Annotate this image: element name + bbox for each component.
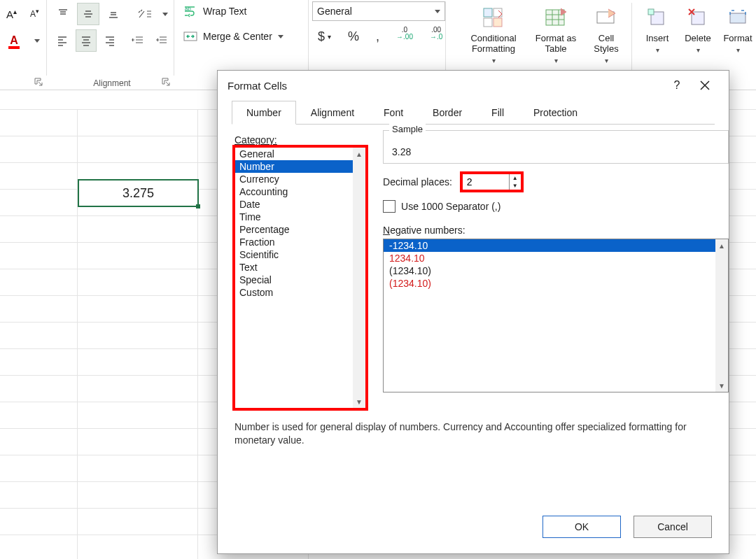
increase-decimal-button[interactable]: .0→.00 bbox=[392, 27, 417, 46]
svg-rect-11 bbox=[730, 13, 746, 23]
font-color-button[interactable]: A bbox=[1, 29, 27, 52]
svg-text:ab: ab bbox=[185, 6, 191, 12]
svg-rect-4 bbox=[484, 18, 492, 27]
tab-number[interactable]: Number bbox=[232, 101, 296, 125]
category-item[interactable]: Fraction bbox=[235, 236, 365, 248]
negative-format-item[interactable]: 1234.10 bbox=[384, 252, 728, 264]
decrease-font-icon[interactable]: A▾ bbox=[24, 3, 45, 25]
chevron-down-icon bbox=[278, 35, 284, 38]
comma-format-button[interactable]: , bbox=[372, 27, 384, 46]
cancel-button[interactable]: Cancel bbox=[634, 516, 712, 538]
category-item[interactable]: Text bbox=[235, 261, 365, 274]
help-button[interactable]: ? bbox=[663, 71, 691, 99]
ok-button[interactable]: OK bbox=[542, 516, 621, 538]
merge-center-icon bbox=[183, 30, 197, 43]
tab-font[interactable]: Font bbox=[369, 101, 418, 125]
category-item[interactable]: Special bbox=[235, 274, 365, 286]
wrap-text-icon: ab bbox=[183, 5, 197, 17]
conditional-formatting-button[interactable]: Conditional Formatting ▾ bbox=[462, 3, 525, 65]
scrollbar[interactable]: ▲▼ bbox=[353, 148, 365, 408]
decimal-places-input[interactable] bbox=[463, 175, 509, 189]
format-description: Number is used for general display of nu… bbox=[234, 420, 712, 447]
format-button[interactable]: Format▾ bbox=[720, 3, 756, 55]
category-item[interactable]: Percentage bbox=[235, 223, 365, 236]
alignment-group-launcher-icon[interactable] bbox=[161, 77, 171, 87]
align-bottom-button[interactable] bbox=[102, 3, 125, 25]
align-center-button[interactable] bbox=[76, 29, 97, 52]
delete-button[interactable]: Delete▾ bbox=[679, 3, 717, 55]
category-listbox[interactable]: GeneralNumberCurrencyAccountingDateTimeP… bbox=[234, 147, 366, 409]
orientation-button[interactable] bbox=[133, 3, 155, 25]
percent-format-button[interactable]: % bbox=[344, 27, 363, 46]
number-format-combo[interactable]: General bbox=[312, 1, 445, 21]
cell-value: 3.275 bbox=[122, 186, 154, 200]
insert-button[interactable]: Insert▾ bbox=[640, 3, 675, 55]
orientation-dropdown[interactable] bbox=[158, 3, 172, 25]
close-icon bbox=[700, 80, 710, 90]
decrease-indent-button[interactable] bbox=[127, 29, 148, 52]
negative-numbers-listbox[interactable]: -1234.101234.10(1234.10)(1234.10)▲▼ bbox=[383, 239, 729, 392]
font-group-launcher-icon[interactable] bbox=[34, 77, 43, 87]
tab-alignment[interactable]: Alignment bbox=[296, 101, 369, 125]
dialog-tabs: NumberAlignmentFontBorderFillProtection bbox=[232, 100, 715, 125]
align-top-button[interactable] bbox=[52, 3, 74, 25]
negative-format-item[interactable]: (1234.10) bbox=[384, 277, 728, 290]
merge-center-button[interactable]: Merge & Center bbox=[179, 25, 308, 48]
category-item[interactable]: Accounting bbox=[235, 185, 365, 198]
svg-rect-2 bbox=[484, 8, 492, 17]
negative-numbers-label: Negative numbers: bbox=[383, 225, 729, 236]
category-item[interactable]: Time bbox=[235, 211, 365, 223]
format-cells-icon bbox=[720, 3, 756, 34]
font-color-dropdown[interactable] bbox=[29, 29, 45, 52]
chevron-down-icon bbox=[435, 10, 440, 13]
category-item[interactable]: Scientific bbox=[235, 248, 365, 261]
svg-rect-5 bbox=[493, 18, 502, 27]
format-as-table-button[interactable]: Format as Table ▾ bbox=[529, 3, 582, 65]
accounting-format-button[interactable]: $▾ bbox=[314, 27, 335, 46]
sample-box: Sample 3.28 bbox=[383, 130, 729, 164]
cell-styles-button[interactable]: Cell Styles ▾ bbox=[585, 3, 627, 65]
sample-value: 3.28 bbox=[392, 146, 411, 157]
increase-indent-button[interactable] bbox=[151, 29, 172, 52]
category-item[interactable]: Number bbox=[235, 160, 365, 173]
selected-cell[interactable]: 3.275 bbox=[78, 179, 199, 207]
category-item[interactable]: Currency bbox=[235, 173, 365, 185]
align-middle-button[interactable] bbox=[77, 3, 99, 25]
conditional-formatting-icon bbox=[462, 3, 525, 34]
format-cells-dialog: Format Cells ? NumberAlignmentFontBorder… bbox=[217, 70, 729, 554]
cell-styles-icon bbox=[585, 3, 627, 34]
sample-legend: Sample bbox=[389, 124, 426, 134]
category-item[interactable]: Date bbox=[235, 198, 365, 211]
checkbox-icon bbox=[383, 200, 396, 213]
delete-cells-icon bbox=[679, 3, 717, 34]
increase-font-icon[interactable]: A▴ bbox=[1, 3, 22, 25]
spin-down-button[interactable]: ▼ bbox=[510, 182, 521, 190]
alignment-group-label: Alignment bbox=[50, 78, 174, 88]
dialog-title: Format Cells bbox=[227, 80, 287, 92]
scrollbar[interactable]: ▲▼ bbox=[715, 239, 728, 392]
negative-format-item[interactable]: (1234.10) bbox=[384, 264, 728, 277]
close-button[interactable] bbox=[691, 71, 719, 99]
svg-rect-9 bbox=[648, 9, 654, 15]
format-as-table-icon bbox=[529, 3, 582, 34]
align-right-button[interactable] bbox=[99, 29, 120, 52]
svg-rect-1 bbox=[184, 32, 197, 41]
tab-fill[interactable]: Fill bbox=[477, 101, 519, 125]
negative-format-item[interactable]: -1234.10 bbox=[384, 239, 728, 252]
wrap-text-label: Wrap Text bbox=[203, 6, 247, 17]
insert-cells-icon bbox=[640, 3, 675, 34]
category-item[interactable]: Custom bbox=[235, 286, 365, 299]
tab-protection[interactable]: Protection bbox=[519, 101, 592, 125]
decrease-decimal-button[interactable]: .00→.0 bbox=[426, 27, 447, 46]
merge-center-label: Merge & Center bbox=[203, 31, 272, 42]
thousands-separator-checkbox[interactable]: Use 1000 Separator (,) bbox=[383, 200, 500, 213]
number-format-value: General bbox=[317, 6, 352, 17]
decimal-places-label: Decimal places: bbox=[383, 176, 452, 187]
tab-border[interactable]: Border bbox=[418, 101, 477, 125]
category-item[interactable]: General bbox=[235, 148, 365, 160]
spin-up-button[interactable]: ▲ bbox=[510, 174, 521, 182]
decimal-places-spinner[interactable]: ▲▼ bbox=[462, 174, 522, 190]
align-left-button[interactable] bbox=[52, 29, 73, 52]
wrap-text-button[interactable]: ab Wrap Text bbox=[179, 0, 308, 22]
